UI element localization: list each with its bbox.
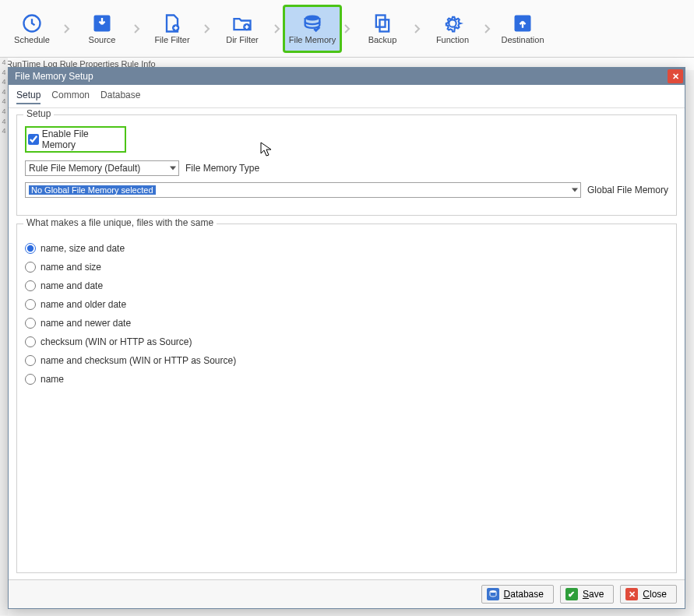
ribbon-dir-filter[interactable]: Dir Filter xyxy=(213,5,271,52)
global-file-memory-placeholder: No Global File Memory selected xyxy=(29,185,156,195)
tab-setup[interactable]: Setup xyxy=(16,90,41,104)
file-memory-type-value: Rule File Memory (Default) xyxy=(29,163,140,174)
ribbon-label: Function xyxy=(436,36,469,44)
chevron-right-icon xyxy=(62,23,72,34)
ribbon-label: Destination xyxy=(501,36,544,44)
ribbon-label: File Filter xyxy=(154,36,189,44)
database-button[interactable]: Database xyxy=(481,585,554,604)
tab-database[interactable]: Database xyxy=(100,90,140,104)
chevron-right-icon xyxy=(132,23,142,34)
setup-legend: Setup xyxy=(23,108,54,119)
unique-option-0[interactable]: name, size and date xyxy=(25,243,668,254)
folder-plus-icon xyxy=(231,12,253,34)
ribbon-file-filter[interactable]: File Filter xyxy=(143,5,201,52)
upload-box-icon xyxy=(512,12,534,34)
setup-fieldset: Setup Enable File Memory Rule File Memor… xyxy=(16,114,677,216)
chevron-right-icon xyxy=(273,23,282,34)
dialog-title: File Memory Setup xyxy=(15,71,93,82)
unique-radio-2[interactable] xyxy=(25,280,36,291)
unique-label-1: name and size xyxy=(41,262,101,273)
tab-common[interactable]: Common xyxy=(51,90,90,104)
clock-icon xyxy=(21,12,43,34)
database-icon xyxy=(487,588,499,600)
database-check-icon xyxy=(301,12,323,34)
file-memory-setup-dialog: File Memory Setup ✕ Setup Common Databas… xyxy=(8,67,685,609)
database-button-label: Database xyxy=(504,589,544,600)
copy-icon xyxy=(372,12,393,34)
file-memory-type-label: File Memory Type xyxy=(185,163,259,174)
unique-option-3[interactable]: name and older date xyxy=(25,299,668,310)
unique-label-7: name xyxy=(41,374,64,385)
save-button[interactable]: ✔ Save xyxy=(560,585,614,604)
line-gutter: 44444444 xyxy=(0,58,8,615)
dialog-titlebar[interactable]: File Memory Setup ✕ xyxy=(9,68,685,85)
ribbon-label: Backup xyxy=(368,36,397,44)
svg-rect-6 xyxy=(380,19,389,31)
chevron-right-icon xyxy=(413,23,422,34)
unique-radio-4[interactable] xyxy=(25,318,36,329)
dialog-body: Setup Enable File Memory Rule File Memor… xyxy=(9,108,685,579)
unique-radio-3[interactable] xyxy=(25,299,36,310)
file-plus-icon xyxy=(161,12,183,34)
enable-file-memory-label: Enable File Memory xyxy=(42,128,123,150)
chevron-down-icon xyxy=(572,188,578,192)
close-button-label: Close xyxy=(643,589,667,600)
unique-option-7[interactable]: name xyxy=(25,374,668,385)
unique-label-2: name and date xyxy=(41,280,103,291)
unique-option-2[interactable]: name and date xyxy=(25,280,668,291)
save-button-label: Save xyxy=(583,589,604,600)
unique-legend: What makes a file unique, files with the… xyxy=(23,217,217,228)
ribbon-schedule[interactable]: Schedule xyxy=(3,5,61,52)
dialog-button-bar: Database ✔ Save ✕ Close xyxy=(9,579,685,608)
ribbon-destination[interactable]: Destination xyxy=(494,5,551,52)
unique-radio-0[interactable] xyxy=(25,243,36,254)
unique-label-6: name and checksum (WIN or HTTP as Source… xyxy=(41,355,236,366)
chevron-right-icon xyxy=(483,23,492,34)
ribbon-label: Dir Filter xyxy=(226,36,259,44)
unique-option-6[interactable]: name and checksum (WIN or HTTP as Source… xyxy=(25,355,668,366)
close-icon: ✕ xyxy=(625,588,638,600)
download-box-icon xyxy=(91,12,113,34)
gear-icon xyxy=(442,12,463,34)
unique-option-1[interactable]: name and size xyxy=(25,262,668,273)
enable-file-memory-checkbox[interactable]: Enable File Memory xyxy=(25,126,126,153)
svg-rect-5 xyxy=(376,16,386,27)
unique-radio-1[interactable] xyxy=(25,262,36,273)
ribbon-backup[interactable]: Backup xyxy=(354,5,411,52)
chevron-right-icon xyxy=(203,23,212,34)
ribbon-source[interactable]: Source xyxy=(73,5,131,52)
svg-point-4 xyxy=(305,16,320,21)
dialog-tabs: Setup Common Database xyxy=(9,85,685,108)
chevron-down-icon xyxy=(170,167,176,171)
ribbon-file-memory[interactable]: File Memory xyxy=(284,5,341,52)
global-file-memory-label: Global File Memory xyxy=(587,185,668,195)
check-icon: ✔ xyxy=(565,588,578,600)
unique-option-4[interactable]: name and newer date xyxy=(25,318,668,329)
unique-radio-6[interactable] xyxy=(25,355,36,366)
unique-radio-7[interactable] xyxy=(25,374,36,385)
unique-radio-5[interactable] xyxy=(25,336,36,347)
unique-label-3: name and older date xyxy=(41,299,126,310)
unique-label-5: checksum (WIN or HTTP as Source) xyxy=(41,336,192,347)
chevron-right-icon xyxy=(343,23,352,34)
ribbon-label: File Memory xyxy=(289,36,336,44)
close-button[interactable]: ✕ Close xyxy=(620,585,677,604)
svg-point-8 xyxy=(490,590,496,593)
ribbon-label: Schedule xyxy=(14,36,50,44)
enable-file-memory-input[interactable] xyxy=(28,134,39,145)
unique-fieldset: What makes a file unique, files with the… xyxy=(16,224,677,573)
ribbon-label: Source xyxy=(89,36,116,44)
dialog-close-button[interactable]: ✕ xyxy=(668,69,683,83)
unique-label-4: name and newer date xyxy=(41,318,131,329)
ribbon-function[interactable]: Function xyxy=(424,5,481,52)
workflow-ribbon: Schedule Source File Filter Dir Filter F… xyxy=(0,0,694,58)
unique-option-5[interactable]: checksum (WIN or HTTP as Source) xyxy=(25,336,668,347)
unique-label-0: name, size and date xyxy=(41,243,125,254)
global-file-memory-combo[interactable]: No Global File Memory selected xyxy=(25,182,581,198)
file-memory-type-combo[interactable]: Rule File Memory (Default) xyxy=(25,160,179,176)
